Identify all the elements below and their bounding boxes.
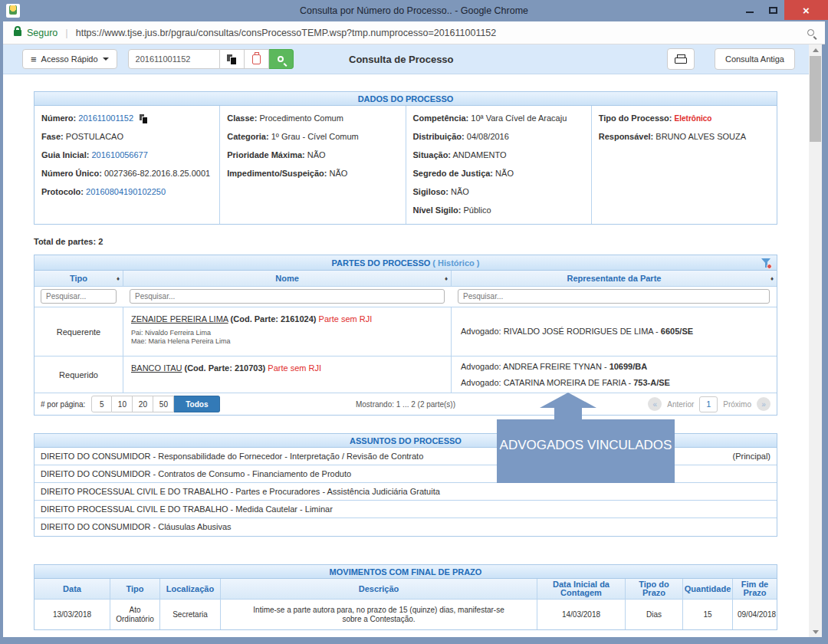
- field-tipo-processo: Tipo do Processo: Eletrônico: [599, 113, 772, 123]
- sort-icon[interactable]: ♦: [445, 275, 448, 282]
- field-numero-unico: Número Único: 0027366-82.2016.8.25.0001: [41, 169, 215, 179]
- cell-tipo: Ato Ordinatório: [110, 600, 160, 629]
- field-nivel-sigilo: Nível Sigilo: Público: [413, 205, 586, 215]
- dados-col-4: Tipo do Processo: Eletrônico Responsável…: [592, 106, 777, 224]
- tjse-favicon: [6, 4, 20, 18]
- movimentos-panel: MOVIMENTOS COM FINAL DE PRAZO Data Tipo …: [34, 564, 777, 630]
- sort-icon[interactable]: ♦: [117, 275, 120, 282]
- field-situacao: Situação: ANDAMENTO: [413, 150, 586, 160]
- col-header-data: Data: [34, 579, 110, 599]
- guia-link[interactable]: 201610056677: [91, 150, 147, 159]
- list-item: DIREITO PROCESSUAL CIVIL E DO TRABALHO -…: [34, 501, 777, 518]
- parte-tipo: Requerido: [34, 356, 123, 393]
- col-header-descricao: Descrição: [221, 579, 537, 599]
- filter-representante-input[interactable]: [458, 289, 770, 304]
- anterior-label[interactable]: Anterior: [667, 400, 694, 409]
- movimentos-column-headers: Data Tipo Localização Descrição Data Ini…: [34, 579, 777, 600]
- sort-icon[interactable]: ♦: [770, 275, 774, 282]
- partes-column-headers: Tipo ♦ Nome ♦ Representante da Parte ♦: [34, 271, 777, 287]
- consulta-antiga-button[interactable]: Consulta Antiga: [715, 48, 795, 70]
- scroll-down-button[interactable]: [809, 626, 822, 637]
- callout-text: ADVOGADOS VINCULADOS: [500, 438, 672, 483]
- url-text[interactable]: https://www.tjse.jus.br/pgrau/consultas/…: [76, 28, 497, 38]
- col-header-representante[interactable]: Representante da Parte ♦: [452, 271, 777, 286]
- parte-sem-rji: Parte sem RJI: [268, 363, 321, 373]
- browser-viewport: ≡ Acesso Rápido Consulta de Processo Con…: [3, 44, 822, 637]
- filter-nome-input[interactable]: [130, 289, 445, 304]
- dados-panel: DADOS DO PROCESSO Número: 201611001152 F…: [34, 91, 777, 225]
- print-button[interactable]: [667, 48, 695, 70]
- filter-icon[interactable]: [761, 258, 771, 268]
- parte-nome-cell: BANCO ITAU (Cod. Parte: 210703) Parte se…: [123, 356, 452, 393]
- principal-tag: (Principal): [732, 448, 770, 465]
- minimize-button[interactable]: [738, 0, 761, 20]
- dados-col-1: Número: 201611001152 Fase: POSTULACAO Gu…: [34, 106, 220, 224]
- filter-tipo-input[interactable]: [41, 289, 117, 304]
- field-impedimento: Impedimento/Suspeição: NÃO: [227, 169, 400, 179]
- callout-arrow-icon: [540, 393, 596, 408]
- secure-label[interactable]: Seguro: [27, 28, 58, 38]
- lock-icon[interactable]: [14, 30, 21, 36]
- copy-icon: [227, 54, 237, 64]
- address-bar[interactable]: Seguro | https://www.tjse.jus.br/pgrau/c…: [3, 21, 825, 44]
- cell-data-inicial: 14/03/2018: [537, 600, 626, 629]
- close-button[interactable]: ×: [784, 0, 828, 20]
- partes-pagination: # por página: 5 10 20 50 Todos Mostrando…: [34, 393, 777, 415]
- col-header-quantidade: Quantidade: [683, 579, 733, 599]
- page: ≡ Acesso Rápido Consulta de Processo Con…: [3, 44, 809, 637]
- cell-descricao: Intime-se a parte autora para, no prazo …: [221, 600, 537, 629]
- parte-sem-rji: Parte sem RJI: [319, 314, 373, 324]
- party-link[interactable]: BANCO ITAU: [131, 363, 182, 373]
- scrollbar-thumb[interactable]: [810, 56, 821, 142]
- list-item: DIREITO DO CONSUMIDOR - Cláusulas Abusiv…: [34, 518, 777, 536]
- previous-page-icon[interactable]: «: [648, 397, 662, 411]
- field-competencia: Competência: 10ª Vara Cível de Aracaju: [413, 113, 586, 123]
- window-controls: ×: [738, 0, 828, 21]
- cell-fim-prazo: 09/04/2018: [733, 600, 780, 629]
- callout-arrow-stem: [554, 408, 582, 420]
- copy-number-button[interactable]: [220, 49, 245, 69]
- copy-icon[interactable]: [140, 114, 148, 123]
- proximo-label[interactable]: Próximo: [723, 400, 751, 409]
- field-protocolo: Protocolo: 20160804190102250: [41, 187, 215, 197]
- advogado-line: Advogado: ANDREA FREIRE TYNAN - 10699/BA: [461, 362, 767, 372]
- field-fase: Fase: POSTULACAO: [41, 132, 215, 142]
- col-header-data-inicial: Data Inicial da Contagem: [537, 579, 626, 599]
- cell-quantidade: 15: [683, 600, 733, 629]
- cell-tipo-prazo: Dias: [626, 600, 683, 629]
- scroll-up-button[interactable]: [809, 44, 822, 55]
- zoom-search-icon[interactable]: [807, 29, 814, 36]
- advogado-line: Advogado: RIVALDO JOSÉ RODRIGUES DE LIMA…: [461, 327, 767, 337]
- dados-body: Número: 201611001152 Fase: POSTULACAO Gu…: [34, 106, 777, 224]
- tipo-processo-value: Eletrônico: [675, 114, 712, 123]
- vertical-scrollbar[interactable]: [809, 44, 822, 637]
- close-icon: ×: [803, 4, 810, 17]
- field-guia: Guia Inicial: 201610056677: [41, 150, 215, 160]
- arrow-down-icon: [813, 630, 819, 634]
- numero-link[interactable]: 201611001152: [78, 113, 133, 123]
- clear-button[interactable]: [245, 49, 269, 69]
- dados-col-2: Classe: Procedimento Comum Categoria: 1º…: [220, 106, 406, 224]
- col-header-fim-prazo: Fim de Prazo: [733, 579, 777, 599]
- historico-link[interactable]: ( Histórico ): [432, 258, 479, 268]
- col-header-tipo-prazo: Tipo do Prazo: [626, 579, 683, 599]
- maximize-button[interactable]: [761, 0, 784, 20]
- current-page[interactable]: 1: [699, 396, 718, 412]
- dados-header: DADOS DO PROCESSO: [34, 92, 777, 106]
- table-row: Requerido BANCO ITAU (Cod. Parte: 210703…: [34, 356, 777, 393]
- quick-access-button[interactable]: ≡ Acesso Rápido: [22, 49, 117, 69]
- search-button[interactable]: [269, 49, 294, 69]
- protocolo-link[interactable]: 20160804190102250: [86, 187, 166, 196]
- party-link[interactable]: ZENAIDE PEREIRA LIMA: [131, 314, 228, 324]
- col-header-tipo[interactable]: Tipo ♦: [34, 271, 123, 286]
- printer-icon: [675, 54, 686, 64]
- process-number-input[interactable]: [128, 49, 220, 69]
- parte-representante-cell: Advogado: ANDREA FREIRE TYNAN - 10699/BA…: [452, 356, 777, 393]
- field-responsavel: Responsável: BRUNO ALVES SOUZA: [599, 132, 772, 142]
- minimize-icon: [746, 12, 754, 13]
- table-row: 13/03/2018 Ato Ordinatório Secretaria In…: [34, 600, 777, 629]
- parte-nome-cell: ZENAIDE PEREIRA LIMA (Cod. Parte: 216102…: [123, 307, 452, 356]
- menu-icon: ≡: [31, 54, 37, 65]
- col-header-nome[interactable]: Nome ♦: [123, 271, 452, 286]
- next-page-icon[interactable]: »: [757, 397, 770, 411]
